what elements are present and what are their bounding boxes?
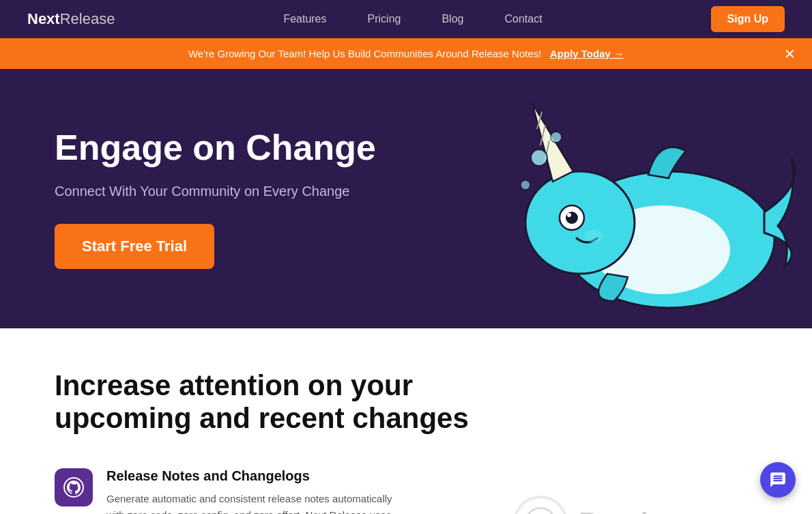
revain-svg-icon [523,506,557,514]
announcement-banner: We're Growing Our Team! Help Us Build Co… [0,38,812,69]
hero-content: Engage on Change Connect With Your Commu… [55,128,376,269]
nav-link-contact[interactable]: Contact [504,13,542,25]
feature-left: Release Notes and Changelogs Generate au… [55,468,392,514]
feature-description: Generate automatic and consistent releas… [106,491,392,514]
svg-point-10 [531,149,547,166]
nav-links: Features Pricing Blog Contact [283,13,542,25]
narwhal-svg [512,89,798,322]
svg-point-14 [526,508,555,514]
svg-point-12 [521,180,530,190]
feature-item-changelogs: Release Notes and Changelogs Generate au… [55,468,392,514]
revain-label: Revain [579,508,664,514]
chat-icon [769,471,787,489]
feature-row: Release Notes and Changelogs Generate au… [55,468,757,514]
logo-next: Next [27,10,60,28]
nav-link-pricing[interactable]: Pricing [368,13,401,25]
svg-point-11 [551,132,562,143]
nav-link-blog[interactable]: Blog [441,13,463,25]
banner-close-button[interactable]: ✕ [784,46,796,62]
github-icon-container [55,468,93,506]
hero-subtitle: Connect With Your Community on Every Cha… [55,184,376,199]
banner-text: We're Growing Our Team! Help Us Build Co… [188,48,624,59]
svg-point-9 [584,230,603,242]
svg-point-7 [566,212,578,224]
svg-point-8 [567,213,571,217]
revain-logo-area: Revain [513,496,664,514]
revain-icon [513,496,568,514]
start-trial-button[interactable]: Start Free Trial [55,224,214,269]
banner-apply-link[interactable]: Apply Today → [550,48,624,59]
feature-title: Release Notes and Changelogs [106,468,392,484]
signup-button[interactable]: Sign Up [711,6,785,32]
features-section: Increase attention on your upcoming and … [0,328,812,514]
chat-widget[interactable] [760,462,796,498]
hero-section: Engage on Change Connect With Your Commu… [0,69,812,328]
logo-release: Release [60,10,115,28]
feature-text-changelogs: Release Notes and Changelogs Generate au… [106,468,392,514]
hero-title: Engage on Change [55,128,376,167]
logo[interactable]: Next Release [27,10,115,28]
navbar: Next Release Features Pricing Blog Conta… [0,0,812,38]
feature-right: Revain [420,468,757,514]
nav-link-features[interactable]: Features [283,13,326,25]
hero-illustration [512,89,798,322]
section-headline: Increase attention on your upcoming and … [55,369,478,436]
github-icon [63,476,85,498]
